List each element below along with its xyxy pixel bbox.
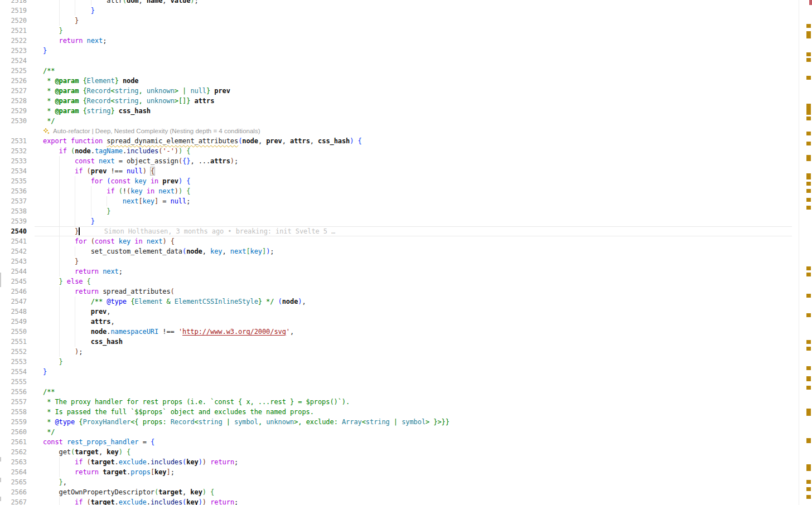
line-number[interactable]: 2551 [0,337,27,347]
line-number[interactable]: 2560 [0,427,27,437]
code-line[interactable]: 2554} [0,367,799,377]
line-number[interactable]: 2521 [0,26,27,36]
line-number[interactable]: 2548 [0,307,27,317]
line-number[interactable]: 2549 [0,317,27,327]
line-number[interactable]: 2535 [0,176,27,186]
code-line[interactable]: 2561const rest_props_handler = { [0,437,799,447]
line-number[interactable]: 2559 [0,417,27,427]
code-line[interactable]: 2534if (prev !== null) { [0,166,799,176]
line-number[interactable]: 2523 [0,46,27,56]
line-number[interactable]: 2534 [0,166,27,176]
code-line[interactable]: 2567if (target.exclude.includes(key)) re… [0,497,799,505]
code-line[interactable]: 2556/** [0,387,799,397]
line-number[interactable]: 2520 [0,16,27,26]
line-number[interactable]: 2541 [0,236,27,246]
code-line[interactable]: 2547/** @type {Element & ElementCSSInlin… [0,297,799,307]
code-line[interactable]: 2522return next; [0,36,799,46]
code-line[interactable]: 2531export function spread_dynamic_eleme… [0,136,799,146]
code-line[interactable]: 2560 */ [0,427,799,437]
line-number[interactable]: 2526 [0,76,27,86]
code-line[interactable]: 2564return target.props[key]; [0,467,799,477]
line-number[interactable]: 2544 [0,266,27,276]
line-number[interactable]: 2529 [0,106,27,116]
line-number[interactable]: 2558 [0,407,27,417]
line-number[interactable]: 2547 [0,297,27,307]
code-line[interactable]: 2533const next = object_assign({}, ...at… [0,156,799,166]
line-number[interactable]: 2530 [0,116,27,126]
line-number[interactable]: 2561 [0,437,27,447]
code-line[interactable]: 2540}Simon Holthausen, 3 months ago • br… [0,226,799,236]
code-editor[interactable]: 2518attr(dom, name, value);2519}2520}252… [0,0,812,505]
line-number[interactable]: 2519 [0,6,27,16]
code-line[interactable]: 2565}, [0,477,799,487]
code-line[interactable]: 2541for (const key in next) { [0,236,799,246]
line-number[interactable]: 2566 [0,487,27,497]
line-number[interactable]: 2528 [0,96,27,106]
auto-refactor-code-lens[interactable]: Auto-refactor | Deep, Nested Complexity … [43,126,799,136]
code-line[interactable]: 2555 [0,377,799,387]
code-line[interactable]: 2559 * @type {ProxyHandler<{ props: Reco… [0,417,799,427]
line-number[interactable]: 2537 [0,196,27,206]
code-line[interactable]: 2527 * @param {Record<string, unknown> |… [0,86,799,96]
code-line[interactable]: 2537next[key] = null; [0,196,799,206]
code-line[interactable]: 2536if (!(key in next)) { [0,186,799,196]
code-line[interactable]: 2524 [0,56,799,66]
code-line[interactable]: 2526 * @param {Element} node [0,76,799,86]
code-line[interactable]: 2518attr(dom, name, value); [0,0,799,6]
line-number[interactable]: 2531 [0,136,27,146]
code-line[interactable]: 2528 * @param {Record<string, unknown>[]… [0,96,799,106]
line-number[interactable]: 2540 [0,226,27,236]
code-line[interactable]: 2545} else { [0,276,799,287]
line-number[interactable]: 2546 [0,287,27,297]
line-number[interactable]: 2552 [0,347,27,357]
line-number[interactable]: 2522 [0,36,27,46]
line-number[interactable]: 2518 [0,0,27,6]
code-line[interactable]: 2535for (const key in prev) { [0,176,799,186]
line-number[interactable]: 2533 [0,156,27,166]
code-line[interactable]: 2523} [0,46,799,56]
code-line[interactable]: 2557 * The proxy handler for rest props … [0,397,799,407]
code-line[interactable]: 2566getOwnPropertyDescriptor(target, key… [0,487,799,497]
code-line[interactable]: 2520} [0,16,799,26]
code-line[interactable]: 2551css_hash [0,337,799,347]
line-number[interactable]: 2538 [0,206,27,216]
code-line[interactable]: 2525/** [0,66,799,76]
line-number[interactable]: 2527 [0,86,27,96]
code-line[interactable]: 2529 * @param {string} css_hash [0,106,799,116]
code-line[interactable]: 2519} [0,6,799,16]
code-line[interactable]: 2552); [0,347,799,357]
code-line[interactable]: 2550node.namespaceURI !== 'http://www.w3… [0,327,799,337]
line-number[interactable]: 2524 [0,56,27,66]
line-number[interactable]: 2536 [0,186,27,196]
line-number[interactable]: 2565 [0,477,27,487]
line-number[interactable]: 2553 [0,357,27,367]
line-number[interactable]: 2532 [0,146,27,156]
code-line[interactable]: 2544return next; [0,266,799,276]
line-number[interactable]: 2556 [0,387,27,397]
line-number[interactable]: 2555 [0,377,27,387]
code-line[interactable]: 2558 * Is passed the full `$$props` obje… [0,407,799,417]
code-line[interactable]: 2549attrs, [0,317,799,327]
code-line[interactable]: 2548prev, [0,307,799,317]
line-number[interactable]: 2550 [0,327,27,337]
line-number[interactable]: 2539 [0,216,27,226]
line-number[interactable]: 2543 [0,256,27,266]
code-line[interactable]: 2539} [0,216,799,226]
line-number[interactable]: 2554 [0,367,27,377]
code-line[interactable]: 2521} [0,26,799,36]
code-line[interactable]: 2563if (target.exclude.includes(key)) re… [0,457,799,467]
line-number[interactable]: 2563 [0,457,27,467]
code-line[interactable]: 2553} [0,357,799,367]
code-line[interactable]: 2530 */ [0,116,799,126]
line-number[interactable]: 2562 [0,447,27,457]
code-line[interactable]: 2562get(target, key) { [0,447,799,457]
line-number[interactable]: 2567 [0,497,27,505]
line-number[interactable]: 2557 [0,397,27,407]
line-number[interactable]: 2545 [0,276,27,287]
line-number[interactable]: 2542 [0,246,27,256]
overview-ruler-scrollbar[interactable] [799,0,812,505]
code-line[interactable]: 2532if (node.tagName.includes('-')) { [0,146,799,156]
code-line[interactable]: 2542set_custom_element_data(node, key, n… [0,246,799,256]
line-number[interactable]: 2525 [0,66,27,76]
line-number[interactable]: 2564 [0,467,27,477]
